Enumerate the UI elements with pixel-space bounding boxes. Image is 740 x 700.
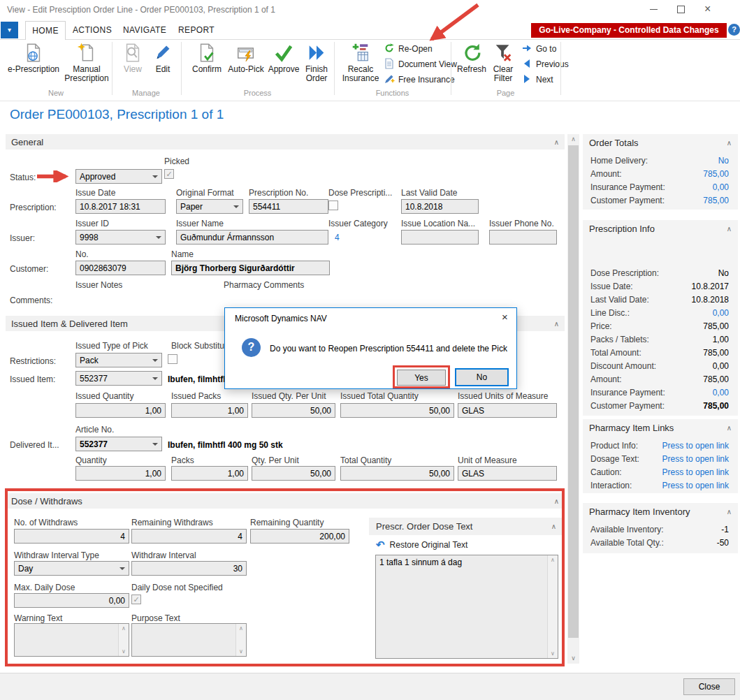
scroll-up-icon[interactable]: ∧ [567,134,579,145]
original-format-combobox[interactable]: Paper [176,199,243,214]
textarea-scrollbar[interactable]: ∧∨ [118,624,129,656]
total-quantity-field[interactable]: 50,00 [340,466,454,481]
daily-dose-not-specified-checkbox[interactable]: ✓ [131,595,141,604]
dropdown-arrow-icon[interactable] [152,175,158,178]
scrollbar-thumb[interactable] [568,145,579,638]
app-menu-button[interactable]: ▾ [1,22,18,38]
issued-quantity-field[interactable]: 1,00 [75,403,166,418]
status-combobox[interactable]: Approved [75,169,162,184]
section-general-header[interactable]: General ∧ [6,134,565,150]
factbox-header[interactable]: Prescription Info ∧ [583,220,738,237]
issue-date-field[interactable]: 10.8.2017 18:31 [75,199,166,214]
fact-value[interactable]: No [718,154,729,168]
dropdown-arrow-icon[interactable] [233,205,239,208]
previous-button[interactable]: Previous [521,58,569,71]
manual-prescription-button[interactable]: Manual Prescription [64,41,109,83]
reopen-button[interactable]: Re-Open [384,43,433,55]
refresh-button[interactable]: Refresh [456,41,488,74]
scroll-down-icon[interactable]: ∨ [239,648,243,655]
type-of-pick-combobox[interactable]: Pack [75,353,162,367]
dropdown-arrow-icon[interactable] [152,359,158,362]
issuer-name-field[interactable]: Guðmundur Ármannsson [176,230,328,245]
dropdown-arrow-icon[interactable] [119,567,125,570]
recalc-insurance-button[interactable]: Recalc Insurance [340,41,382,83]
scroll-up-icon[interactable]: ∧ [551,557,555,563]
dialog-close-icon[interactable]: × [502,311,508,323]
collapse-icon[interactable]: ∧ [551,523,556,530]
qty-per-unit-field[interactable]: 50,00 [252,466,335,481]
quantity-field[interactable]: 1,00 [75,466,166,481]
issuer-id-combobox[interactable]: 9998 [75,230,166,245]
dropdown-arrow-icon[interactable] [152,443,158,446]
fact-value[interactable]: 0,00 [713,386,729,400]
open-link[interactable]: Press to open link [662,439,729,453]
issued-packs-field[interactable]: 1,00 [171,403,248,418]
tab-navigate[interactable]: NAVIGATE [120,21,169,40]
customer-no-field[interactable]: 0902863079 [75,261,166,275]
help-icon[interactable]: ? [728,24,740,36]
factbox-header[interactable]: Pharmacy Item Links ∧ [583,419,738,436]
tab-home[interactable]: HOME [25,21,66,40]
no-of-withdraws-field[interactable]: 4 [14,529,129,544]
free-insurance-button[interactable]: Free Insurance [384,73,455,86]
issued-total-quantity-field[interactable]: 50,00 [340,403,454,418]
purpose-text-area[interactable]: ∧∨ [131,623,247,657]
view-button[interactable]: View [117,41,148,74]
withdraw-interval-type-combobox[interactable]: Day [14,561,129,576]
issuer-category-link[interactable]: 4 [335,233,340,242]
customer-name-field[interactable]: Björg Thorberg Sigurðardóttir [171,261,330,275]
dropdown-arrow-icon[interactable] [152,377,158,380]
scroll-up-icon[interactable]: ∧ [122,625,126,632]
collapse-icon[interactable]: ∧ [554,320,559,328]
delivered-item-combobox[interactable]: 552377 [75,437,162,451]
block-substitution-checkbox[interactable] [168,354,177,364]
fact-value[interactable]: 0,00 [713,307,729,320]
textarea-scrollbar[interactable]: ∧∨ [547,555,558,658]
main-scrollbar[interactable]: ∧ ∨ [567,134,579,664]
fact-value[interactable]: 785,00 [703,168,729,181]
factbox-header[interactable]: Pharmacy Item Inventory ∧ [583,503,738,520]
picked-checkbox[interactable]: ✓ [164,169,174,179]
scroll-down-icon[interactable]: ∨ [551,650,555,657]
dropdown-arrow-icon[interactable] [156,236,161,239]
restore-original-text-button[interactable]: ↶ Restore Original Text [376,539,467,551]
packs-field[interactable]: 1,00 [171,466,248,481]
issued-uom-field[interactable]: GLAS [458,403,557,418]
open-link[interactable]: Press to open link [662,466,729,479]
clear-filter-button[interactable]: Clear Filter [489,41,517,83]
collapse-icon[interactable]: ∧ [727,508,732,516]
collapse-icon[interactable]: ∧ [727,424,732,432]
max-daily-dose-field[interactable]: 0,00 [14,593,129,608]
issued-item-combobox[interactable]: 552377 [75,371,162,386]
scroll-down-icon[interactable]: ∨ [122,648,126,655]
prescription-no-field[interactable]: 554411 [249,199,328,214]
confirm-button[interactable]: Confirm [187,41,226,74]
close-page-button[interactable]: Close [683,678,735,695]
collapse-icon[interactable]: ∧ [727,139,732,147]
dose-text-panel-header[interactable]: Prescr. Order Dose Text ∧ [369,518,563,535]
tab-report[interactable]: REPORT [175,21,218,40]
textarea-scrollbar[interactable]: ∧∨ [235,624,246,656]
collapse-icon[interactable]: ∧ [727,225,732,233]
maximize-button[interactable] [677,6,685,13]
dose-prescription-checkbox[interactable] [328,200,338,210]
dose-text-area[interactable]: 1 tafla 1 sinnum á dag ∧∨ [375,555,558,659]
collapse-icon[interactable]: ∧ [554,497,559,505]
factbox-header[interactable]: Order Totals ∧ [583,134,738,151]
finish-order-button[interactable]: Finish Order [302,41,331,83]
warning-text-area[interactable]: ∧∨ [14,623,129,657]
remaining-withdraws-field[interactable]: 4 [131,529,247,544]
auto-pick-button[interactable]: Auto-Pick [226,41,266,74]
last-valid-date-field[interactable]: 10.8.2018 [401,199,479,214]
collapse-icon[interactable]: ∧ [554,138,559,146]
next-button[interactable]: Next [521,73,553,86]
minimize-button[interactable] [650,9,658,10]
open-link[interactable]: Press to open link [662,453,729,466]
tab-actions[interactable]: ACTIONS [70,21,115,40]
open-link[interactable]: Press to open link [662,479,729,493]
fact-value[interactable]: 785,00 [703,194,729,207]
no-button[interactable]: No [455,368,509,386]
issue-location-field[interactable] [401,230,479,245]
scroll-up-icon[interactable]: ∧ [239,625,243,632]
issuer-phone-field[interactable] [489,230,557,245]
